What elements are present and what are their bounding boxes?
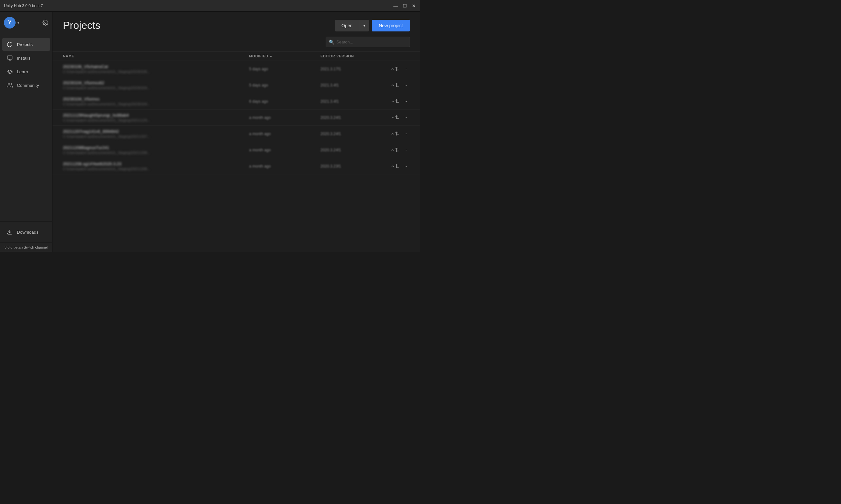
sort-arrows-icon: ⇅	[395, 82, 399, 88]
row-name-col: 20211129NaughtSprungr_hc88ab4 C:\Users\p…	[63, 113, 249, 122]
sidebar-item-projects-label: Projects	[17, 42, 33, 47]
row-modified: 5 days ago	[249, 83, 320, 88]
table-header: NAME MODIFIED ▲ EDITOR VERSION	[53, 51, 420, 61]
sidebar-item-downloads-label: Downloads	[17, 230, 39, 235]
open-button[interactable]: Open	[335, 20, 360, 32]
app-title: Unity Hub 3.0.0-beta.7	[4, 3, 43, 8]
sidebar-bottom: Downloads	[0, 221, 52, 242]
table-row[interactable]: 20211207nag141v6_8994842 C:\Users\patch …	[53, 126, 420, 142]
switch-channel-button[interactable]: Switch channel	[24, 245, 48, 249]
main-content: Projects Open ▾ New project 🔍 NAME	[53, 12, 420, 252]
sort-arrows-icon: ⇅	[395, 114, 399, 121]
row-more-options-button[interactable]: ···	[403, 114, 410, 121]
row-project-name: 20211207nag141v6_8994842	[63, 129, 249, 134]
sidebar-nav: Projects Installs	[0, 34, 52, 221]
close-button[interactable]: ✕	[411, 3, 417, 8]
row-more-options-button[interactable]: ···	[403, 98, 410, 105]
sidebar-item-community[interactable]: Community	[2, 79, 50, 92]
row-project-path: C:\Users\patch au\Documents\UL_Staging\2…	[63, 167, 249, 171]
row-editor-version: 2020.3.24f1	[320, 131, 392, 136]
sidebar-item-learn[interactable]: Learn	[2, 65, 50, 78]
search-icon: 🔍	[329, 39, 334, 45]
row-actions: ⇅ ···	[392, 146, 410, 154]
col-header-modified[interactable]: MODIFIED ▲	[249, 54, 320, 58]
ellipsis-icon: ···	[404, 115, 409, 121]
table-row[interactable]: 20211129NaughtSprungr_hc88ab4 C:\Users\p…	[53, 110, 420, 126]
row-name-col: 20211207nag141v6_8994842 C:\Users\patch …	[63, 129, 249, 139]
avatar[interactable]: Y	[4, 17, 16, 29]
ellipsis-icon: ···	[404, 66, 409, 72]
ellipsis-icon: ···	[404, 82, 409, 88]
title-bar: Unity Hub 3.0.0-beta.7 — ☐ ✕	[0, 0, 420, 12]
svg-point-0	[45, 22, 46, 24]
row-name-col: 20230104_V5omvu62 C:\Users\patch au\Docu…	[63, 80, 249, 90]
row-project-name: 20211208BagnusTur241	[63, 145, 249, 150]
avatar-dropdown-arrow[interactable]: ▾	[18, 21, 19, 25]
row-project-name: 20211208.sg14Yeet62020.3.23	[63, 161, 249, 166]
row-project-path: C:\Users\patch au\Documents\UL_Staging\2…	[63, 102, 249, 106]
row-editor-version: 2020.3.23f1	[320, 164, 392, 168]
ellipsis-icon: ···	[404, 147, 409, 153]
open-button-group: Open ▾	[335, 20, 369, 32]
maximize-button[interactable]: ☐	[402, 3, 407, 8]
version-bar: 3.0.0-beta.7 Switch channel	[0, 242, 52, 252]
row-editor-version: 2020.3.24f1	[320, 148, 392, 152]
ellipsis-icon: ···	[404, 163, 409, 169]
row-project-path: C:\Users\patch au\Documents\UL_Staging\2…	[63, 151, 249, 155]
minimize-button[interactable]: —	[393, 3, 398, 8]
sidebar-top: Y ▾	[0, 12, 52, 34]
sidebar-item-projects[interactable]: Projects	[2, 38, 50, 51]
sidebar-item-community-label: Community	[17, 83, 39, 88]
open-dropdown-button[interactable]: ▾	[360, 20, 369, 31]
row-project-path: C:\Users\patch au\Documents\UL_Staging\2…	[63, 70, 249, 74]
projects-table-body: 20230106_V5chainsCat C:\Users\patch au\D…	[53, 61, 420, 252]
search-wrap: 🔍	[326, 37, 410, 47]
sidebar-item-installs-label: Installs	[17, 56, 31, 60]
app-body: Y ▾ Projects	[0, 12, 420, 252]
table-row[interactable]: 20211208.sg14Yeet62020.3.23 C:\Users\pat…	[53, 158, 420, 174]
row-actions: ⇅ ···	[392, 97, 410, 105]
search-input[interactable]	[326, 37, 410, 47]
row-modified: a month ago	[249, 131, 320, 136]
row-editor-version: 2021.3.4f1	[320, 99, 392, 104]
row-actions: ⇅ ···	[392, 162, 410, 170]
version-label: 3.0.0-beta.7	[4, 245, 24, 249]
page-title: Projects	[63, 19, 101, 32]
row-project-name: 20230104_V5omvu	[63, 96, 249, 102]
header-actions: Open ▾ New project	[335, 20, 410, 32]
row-name-col: 20211208BagnusTur241 C:\Users\patch au\D…	[63, 145, 249, 155]
col-header-actions	[392, 54, 410, 58]
row-project-name: 20230106_V5chainsCat	[63, 64, 249, 69]
row-editor-version: 2021.3.4f1	[320, 83, 392, 88]
sort-arrows-icon: ⇅	[395, 66, 399, 72]
sort-arrow-icon: ▲	[269, 54, 273, 58]
sidebar-item-downloads[interactable]: Downloads	[2, 226, 50, 238]
row-actions: ⇅ ···	[392, 130, 410, 138]
new-project-button[interactable]: New project	[372, 20, 410, 32]
ellipsis-icon: ···	[404, 98, 409, 104]
table-row[interactable]: 20230104_V5omvu C:\Users\patch au\Docume…	[53, 93, 420, 110]
row-more-options-button[interactable]: ···	[403, 163, 410, 170]
projects-icon	[6, 41, 13, 48]
table-row[interactable]: 20211208BagnusTur241 C:\Users\patch au\D…	[53, 142, 420, 158]
table-row[interactable]: 20230106_V5chainsCat C:\Users\patch au\D…	[53, 61, 420, 77]
row-modified: 5 days ago	[249, 67, 320, 71]
row-more-options-button[interactable]: ···	[403, 66, 410, 73]
row-name-col: 20211208.sg14Yeet62020.3.23 C:\Users\pat…	[63, 161, 249, 171]
row-more-options-button[interactable]: ···	[403, 146, 410, 154]
sort-arrows-icon: ⇅	[395, 147, 399, 153]
window-controls: — ☐ ✕	[393, 3, 417, 8]
col-header-editor-version: EDITOR VERSION	[320, 54, 392, 58]
downloads-icon	[6, 229, 13, 235]
sidebar-item-installs[interactable]: Installs	[2, 52, 50, 65]
row-more-options-button[interactable]: ···	[403, 130, 410, 138]
row-actions: ⇅ ···	[392, 65, 410, 73]
row-more-options-button[interactable]: ···	[403, 82, 410, 89]
col-header-name: NAME	[63, 54, 249, 58]
ellipsis-icon: ···	[404, 131, 409, 137]
table-row[interactable]: 20230104_V5omvu62 C:\Users\patch au\Docu…	[53, 77, 420, 93]
community-icon	[6, 82, 13, 89]
row-modified: a month ago	[249, 164, 320, 168]
row-modified: 6 days ago	[249, 99, 320, 104]
settings-button[interactable]	[42, 20, 48, 25]
